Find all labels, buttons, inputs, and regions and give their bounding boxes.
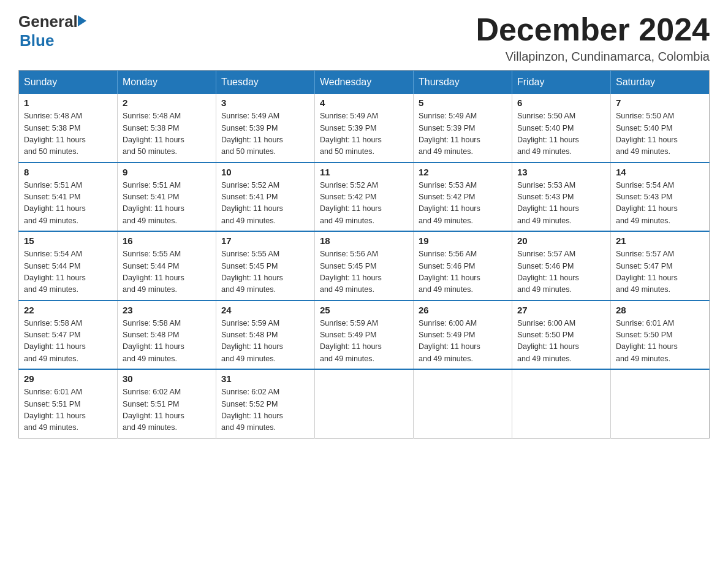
calendar-cell	[414, 369, 512, 438]
calendar-cell: 28Sunrise: 6:01 AMSunset: 5:50 PMDayligh…	[611, 301, 710, 370]
day-number: 29	[24, 373, 112, 384]
day-number: 7	[616, 98, 704, 108]
day-number: 6	[517, 98, 605, 108]
calendar-cell	[611, 369, 710, 438]
day-info: Sunrise: 5:53 AMSunset: 5:42 PMDaylight:…	[419, 180, 507, 228]
day-info: Sunrise: 5:57 AMSunset: 5:46 PMDaylight:…	[517, 248, 605, 296]
header-monday: Monday	[118, 71, 216, 94]
day-number: 12	[419, 167, 507, 177]
header-saturday: Saturday	[611, 71, 710, 94]
day-info: Sunrise: 5:59 AMSunset: 5:49 PMDaylight:…	[320, 318, 408, 366]
logo-blue-text: Blue	[20, 31, 86, 50]
day-info: Sunrise: 6:02 AMSunset: 5:51 PMDaylight:…	[123, 386, 211, 434]
calendar-cell: 11Sunrise: 5:52 AMSunset: 5:42 PMDayligh…	[315, 163, 414, 232]
calendar-cell: 20Sunrise: 5:57 AMSunset: 5:46 PMDayligh…	[512, 231, 611, 301]
day-number: 3	[221, 98, 309, 108]
day-info: Sunrise: 5:53 AMSunset: 5:43 PMDaylight:…	[517, 180, 605, 228]
logo-general-text: General	[18, 12, 78, 31]
calendar-cell: 30Sunrise: 6:02 AMSunset: 5:51 PMDayligh…	[118, 369, 216, 438]
calendar-cell: 17Sunrise: 5:55 AMSunset: 5:45 PMDayligh…	[216, 231, 315, 301]
day-number: 14	[616, 167, 704, 177]
day-number: 5	[419, 98, 507, 108]
calendar-cell: 3Sunrise: 5:49 AMSunset: 5:39 PMDaylight…	[216, 94, 315, 163]
page-header: General Blue December 2024 Villapinzon, …	[18, 12, 710, 64]
day-number: 19	[419, 236, 507, 246]
day-info: Sunrise: 6:00 AMSunset: 5:50 PMDaylight:…	[517, 318, 605, 366]
day-info: Sunrise: 5:48 AMSunset: 5:38 PMDaylight:…	[123, 110, 211, 158]
day-info: Sunrise: 5:59 AMSunset: 5:48 PMDaylight:…	[221, 318, 309, 366]
day-info: Sunrise: 5:49 AMSunset: 5:39 PMDaylight:…	[221, 110, 309, 158]
day-info: Sunrise: 5:58 AMSunset: 5:48 PMDaylight:…	[123, 318, 211, 366]
week-row-3: 15Sunrise: 5:54 AMSunset: 5:44 PMDayligh…	[19, 231, 710, 301]
day-number: 4	[320, 98, 408, 108]
day-info: Sunrise: 5:55 AMSunset: 5:44 PMDaylight:…	[123, 248, 211, 296]
day-number: 26	[419, 305, 507, 315]
month-title: December 2024	[476, 12, 710, 47]
day-number: 8	[24, 167, 112, 177]
day-info: Sunrise: 6:02 AMSunset: 5:52 PMDaylight:…	[221, 386, 309, 434]
day-info: Sunrise: 6:01 AMSunset: 5:51 PMDaylight:…	[24, 386, 112, 434]
calendar-cell: 6Sunrise: 5:50 AMSunset: 5:40 PMDaylight…	[512, 94, 611, 163]
calendar-cell: 9Sunrise: 5:51 AMSunset: 5:41 PMDaylight…	[118, 163, 216, 232]
header-tuesday: Tuesday	[216, 71, 315, 94]
calendar-cell: 5Sunrise: 5:49 AMSunset: 5:39 PMDaylight…	[414, 94, 512, 163]
location-title: Villapinzon, Cundinamarca, Colombia	[476, 50, 710, 64]
day-info: Sunrise: 5:48 AMSunset: 5:38 PMDaylight:…	[24, 110, 112, 158]
calendar-cell: 1Sunrise: 5:48 AMSunset: 5:38 PMDaylight…	[19, 94, 118, 163]
day-info: Sunrise: 5:52 AMSunset: 5:42 PMDaylight:…	[320, 180, 408, 228]
day-number: 2	[123, 98, 211, 108]
day-number: 22	[24, 305, 112, 315]
day-number: 21	[616, 236, 704, 246]
day-number: 30	[123, 373, 211, 384]
day-info: Sunrise: 5:49 AMSunset: 5:39 PMDaylight:…	[320, 110, 408, 158]
week-row-1: 1Sunrise: 5:48 AMSunset: 5:38 PMDaylight…	[19, 94, 710, 163]
calendar-cell: 16Sunrise: 5:55 AMSunset: 5:44 PMDayligh…	[118, 231, 216, 301]
day-info: Sunrise: 5:56 AMSunset: 5:46 PMDaylight:…	[419, 248, 507, 296]
calendar-cell: 14Sunrise: 5:54 AMSunset: 5:43 PMDayligh…	[611, 163, 710, 232]
day-number: 11	[320, 167, 408, 177]
header-thursday: Thursday	[414, 71, 512, 94]
day-info: Sunrise: 5:52 AMSunset: 5:41 PMDaylight:…	[221, 180, 309, 228]
header-sunday: Sunday	[19, 71, 118, 94]
calendar-cell: 31Sunrise: 6:02 AMSunset: 5:52 PMDayligh…	[216, 369, 315, 438]
header-friday: Friday	[512, 71, 611, 94]
calendar-cell: 13Sunrise: 5:53 AMSunset: 5:43 PMDayligh…	[512, 163, 611, 232]
day-info: Sunrise: 5:54 AMSunset: 5:43 PMDaylight:…	[616, 180, 704, 228]
day-number: 27	[517, 305, 605, 315]
calendar-cell: 29Sunrise: 6:01 AMSunset: 5:51 PMDayligh…	[19, 369, 118, 438]
calendar-cell: 23Sunrise: 5:58 AMSunset: 5:48 PMDayligh…	[118, 301, 216, 370]
calendar-cell: 10Sunrise: 5:52 AMSunset: 5:41 PMDayligh…	[216, 163, 315, 232]
calendar-cell: 7Sunrise: 5:50 AMSunset: 5:40 PMDaylight…	[611, 94, 710, 163]
calendar-cell: 18Sunrise: 5:56 AMSunset: 5:45 PMDayligh…	[315, 231, 414, 301]
calendar-cell	[512, 369, 611, 438]
calendar-cell: 15Sunrise: 5:54 AMSunset: 5:44 PMDayligh…	[19, 231, 118, 301]
week-row-4: 22Sunrise: 5:58 AMSunset: 5:47 PMDayligh…	[19, 301, 710, 370]
day-info: Sunrise: 6:01 AMSunset: 5:50 PMDaylight:…	[616, 318, 704, 366]
day-number: 18	[320, 236, 408, 246]
day-number: 15	[24, 236, 112, 246]
header-wednesday: Wednesday	[315, 71, 414, 94]
day-info: Sunrise: 5:49 AMSunset: 5:39 PMDaylight:…	[419, 110, 507, 158]
week-row-5: 29Sunrise: 6:01 AMSunset: 5:51 PMDayligh…	[19, 369, 710, 438]
day-number: 23	[123, 305, 211, 315]
calendar-cell: 22Sunrise: 5:58 AMSunset: 5:47 PMDayligh…	[19, 301, 118, 370]
calendar-cell: 2Sunrise: 5:48 AMSunset: 5:38 PMDaylight…	[118, 94, 216, 163]
day-info: Sunrise: 5:58 AMSunset: 5:47 PMDaylight:…	[24, 318, 112, 366]
day-info: Sunrise: 5:56 AMSunset: 5:45 PMDaylight:…	[320, 248, 408, 296]
calendar-cell: 19Sunrise: 5:56 AMSunset: 5:46 PMDayligh…	[414, 231, 512, 301]
calendar-cell: 24Sunrise: 5:59 AMSunset: 5:48 PMDayligh…	[216, 301, 315, 370]
week-row-2: 8Sunrise: 5:51 AMSunset: 5:41 PMDaylight…	[19, 163, 710, 232]
logo-arrow-icon	[78, 15, 86, 26]
day-info: Sunrise: 5:57 AMSunset: 5:47 PMDaylight:…	[616, 248, 704, 296]
calendar-cell: 25Sunrise: 5:59 AMSunset: 5:49 PMDayligh…	[315, 301, 414, 370]
day-info: Sunrise: 5:55 AMSunset: 5:45 PMDaylight:…	[221, 248, 309, 296]
day-number: 16	[123, 236, 211, 246]
day-info: Sunrise: 6:00 AMSunset: 5:49 PMDaylight:…	[419, 318, 507, 366]
day-info: Sunrise: 5:51 AMSunset: 5:41 PMDaylight:…	[24, 180, 112, 228]
day-number: 13	[517, 167, 605, 177]
calendar-cell: 26Sunrise: 6:00 AMSunset: 5:49 PMDayligh…	[414, 301, 512, 370]
calendar-cell: 4Sunrise: 5:49 AMSunset: 5:39 PMDaylight…	[315, 94, 414, 163]
calendar-table: SundayMondayTuesdayWednesdayThursdayFrid…	[18, 70, 710, 439]
day-number: 31	[221, 373, 309, 384]
day-number: 9	[123, 167, 211, 177]
